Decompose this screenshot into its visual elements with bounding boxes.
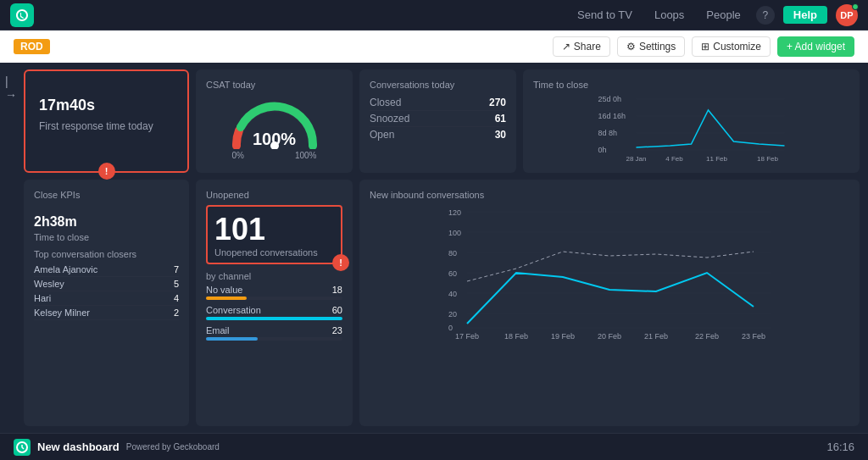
closers-title: Top conversation closers [34,249,179,259]
sidebar-area: |→ [5,69,19,426]
footer-title: New dashboard [37,441,120,453]
kpi-sublabel: Time to close [34,232,179,242]
csat-title: CSAT today [206,80,342,90]
footer-logo [14,439,31,456]
unopened-box: 101 Unopened conversations ! [206,205,342,264]
svg-text:21 Feb: 21 Feb [644,332,668,341]
channel-conversation-label: Conversation [206,305,261,315]
closers-list: Amela Ajanovic 7 Wesley 5 Hari 4 Kelsey … [34,263,179,320]
csat-percent: 100% [253,130,296,149]
closer-row-4: Kelsey Milner 2 [34,306,179,320]
by-channel-label: by channel [206,271,342,281]
footer-time: 16:16 [826,441,854,453]
close-kpis-widget: Close KPIs 2h38m Time to close Top conve… [24,180,189,426]
share-icon: ↗ [562,41,570,53]
channel-no-value-label: No value [206,285,242,295]
logo-icon [10,3,34,27]
conv-open-label: Open [370,129,394,141]
channel-no-value-bar [206,297,247,300]
top-nav-right: Send to TV Loops People ? Help DP [570,4,858,26]
closer-row-3: Hari 4 [34,291,179,306]
csat-gauge: 100% 0% 100% [206,95,342,160]
help-question-button[interactable]: ? [756,6,775,25]
share-button[interactable]: ↗ Share [553,36,610,57]
add-widget-button[interactable]: + Add widget [777,36,854,57]
conversations-today-title: Conversations today [370,80,506,90]
loops-button[interactable]: Loops [648,6,691,24]
frt-alert-dot: ! [98,163,115,180]
svg-text:20: 20 [448,310,457,319]
sidebar-toggle-button[interactable]: |→ [5,75,19,102]
closer-row-2: Wesley 5 [34,277,179,291]
conv-closed-row: Closed 270 [370,95,506,111]
svg-text:0: 0 [448,324,453,332]
settings-button[interactable]: ⚙ Settings [617,36,685,57]
svg-text:80: 80 [448,249,457,258]
footer-powered: Powered by Geckoboard [126,442,220,452]
frt-value: 17m40s [39,83,174,115]
csat-widget: CSAT today 100% 0% [196,69,353,173]
avatar[interactable]: DP [836,4,858,26]
unopened-widget: Unopened 101 Unopened conversations ! by… [196,180,353,426]
svg-text:60: 60 [448,269,457,278]
conv-snoozed-value: 61 [495,113,506,125]
send-to-tv-button[interactable]: Send to TV [570,6,639,24]
rod-badge: ROD [14,39,50,54]
unopened-alert-dot: ! [332,254,349,271]
conversations-today-widget: Conversations today Closed 270 Snoozed 6… [359,69,516,173]
top-nav: Send to TV Loops People ? Help DP [0,0,868,30]
ttc-title: Time to close [533,80,849,90]
inbound-title: New inbound conversations [370,190,849,200]
people-button[interactable]: People [699,6,747,24]
svg-text:11 Feb: 11 Feb [706,155,727,163]
svg-text:20 Feb: 20 Feb [598,332,621,341]
frt-label: First response time today [39,120,174,132]
channel-no-value-val: 18 [332,285,342,295]
channel-conversation-val: 60 [332,305,342,315]
csat-zero-label: 0% [232,151,244,160]
inbound-chart: 120 100 80 60 40 20 0 17 Fe [370,205,849,341]
svg-text:18 Feb: 18 Feb [757,155,778,163]
customize-button[interactable]: ⊞ Customize [692,36,771,57]
closer-row-1: Amela Ajanovic 7 [34,263,179,277]
footer: New dashboard Powered by Geckoboard 16:1… [0,433,868,460]
avatar-status-dot [852,3,859,10]
top-nav-left [10,3,34,27]
svg-text:22 Feb: 22 Feb [695,332,719,341]
unopened-number: 101 [214,212,334,247]
svg-text:8d 8h: 8d 8h [598,129,618,137]
svg-text:40: 40 [448,290,457,298]
customize-icon: ⊞ [701,41,709,53]
svg-text:18 Feb: 18 Feb [504,332,528,341]
svg-text:100: 100 [448,229,461,237]
svg-text:16d 16h: 16d 16h [598,112,626,120]
footer-left: New dashboard Powered by Geckoboard [14,439,220,456]
channel-email: Email 23 [206,325,342,341]
csat-hundred-label: 100% [295,151,317,160]
svg-text:17 Feb: 17 Feb [455,332,479,341]
conv-open-row: Open 30 [370,127,506,142]
svg-text:0h: 0h [598,146,607,154]
inbound-widget: New inbound conversations 120 100 80 60 … [359,180,860,426]
dashboard-grid: 17m40s First response time today ! CSAT … [24,69,860,426]
svg-text:120: 120 [448,208,461,217]
channel-email-val: 23 [332,325,342,335]
channel-email-label: Email [206,325,230,335]
unopened-title: Unopened [206,190,342,200]
channel-conversation: Conversation 60 [206,305,342,320]
close-kpis-title: Close KPIs [34,190,179,200]
svg-text:19 Feb: 19 Feb [551,332,575,341]
svg-text:28 Jan: 28 Jan [626,155,646,163]
sub-nav-right: ↗ Share ⚙ Settings ⊞ Customize + Add wid… [553,36,854,57]
channel-email-bar [206,337,258,341]
kpi-time-value: 2h38m [34,205,179,232]
conv-closed-label: Closed [370,97,401,108]
svg-text:23 Feb: 23 Feb [742,332,765,341]
svg-text:25d 0h: 25d 0h [598,95,622,103]
conv-snoozed-label: Snoozed [370,113,409,125]
help-button[interactable]: Help [783,6,827,24]
channel-no-value: No value 18 [206,285,342,300]
conv-open-value: 30 [495,129,506,141]
sub-nav: ROD ↗ Share ⚙ Settings ⊞ Customize + Add… [0,30,868,63]
channel-conversation-bar [206,317,342,320]
